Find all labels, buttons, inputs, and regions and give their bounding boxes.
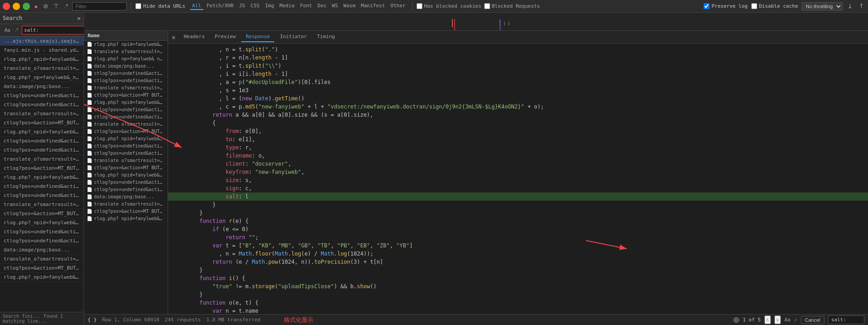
search-result-item[interactable]: ctlog?pos=undefined&action=re... [0,100,84,109]
next-match-button[interactable]: ∨ [774,315,781,324]
tab-headers[interactable]: Headers [179,32,209,42]
list-item[interactable]: 📄data:image/png;base... [84,193,168,201]
hide-data-urls-checkbox[interactable] [135,3,141,9]
search-result-item[interactable]: rlog.php?_npid=fanylweb&_name=... [0,218,84,227]
has-blocked-cookies-checkbox[interactable] [417,3,422,9]
search-result-item[interactable]: translate_o?smartresult=dict&sm... [0,109,84,118]
regex-icon[interactable]: .* [63,2,69,10]
filter-tab-img[interactable]: Img [263,2,276,10]
list-item[interactable]: 📄rlog.php?_npid=fanylweb&_ncat=... [84,41,168,48]
search-result-item[interactable]: rlog.php?_np=fanylweb&_ncat=... [0,73,84,82]
format-icon[interactable]: ↗ [794,317,797,323]
search-result-item[interactable]: rlog.php?_npid=fanylweb&_name=... [0,128,84,137]
list-item[interactable]: 📄ctlog?pos=&action=MT_BUTTON... [84,128,168,135]
import-icon[interactable]: ⤓ [846,2,854,10]
record-button[interactable]: ● [33,2,39,11]
filter-input[interactable] [72,2,127,10]
filter-tab-doc[interactable]: Doc [315,2,329,10]
search-result-item[interactable]: ctlog?pos=&action=MT_BUTTON... [0,118,84,128]
filter-icon[interactable]: ⊤ [52,2,60,10]
list-item[interactable]: 📄rlog.php?_np=fanylweb&_ncat=... [84,55,168,63]
search-result-item[interactable]: fanyi.min.js - shared.ydstatic.com/... [0,46,84,55]
preserve-log-label[interactable]: Preserve log [704,3,747,9]
maximize-window-button[interactable] [23,3,30,10]
search-result-item[interactable]: ctlog?pos=&action=MT_BUTTON... [0,164,84,173]
disable-cache-checkbox[interactable] [751,3,757,9]
list-item[interactable]: 📄translate_o?smartresult=dict&sm... [84,201,168,208]
tab-preview[interactable]: Preview [210,32,240,42]
list-item[interactable]: 📄rlog.php?_npid=fanylweb&_name=... [84,99,168,106]
tab-initiator[interactable]: Initiator [275,32,312,42]
pretty-print-button[interactable]: { } [88,317,97,323]
search-result-item[interactable]: ctlog?pos=undefined&action=&se... [0,227,84,236]
throttle-select[interactable]: No throttling [802,2,843,10]
search-result-item[interactable]: data:image/png;base... [0,246,84,255]
list-item[interactable]: 📄rlog.php?_npid=fanylweb&_name=... [84,172,168,179]
list-item[interactable]: 📄ctlog?pos=&action=MT_BUTTON... [84,92,168,99]
minimize-window-button[interactable] [13,3,20,10]
list-item[interactable]: 📄translate_o?smartresult=dict&sm... [84,48,168,55]
list-item[interactable]: 📄rlog.php?_npid=fanylweb&_name=... [84,215,168,222]
disable-cache-label[interactable]: Disable cache [751,3,798,9]
list-item[interactable]: 📄ctlog?pos=undefined&action=RE... [84,113,168,121]
list-item[interactable]: 📄ctlog?pos=undefined&action=&se... [84,106,168,113]
list-item[interactable]: 📄translate_o?smartresult=dict&sm... [84,157,168,164]
bottom-search-input[interactable] [828,315,864,324]
blocked-requests-label[interactable]: Blocked Requests [484,3,540,9]
list-item[interactable]: 📄translate_o?smartresult=dict&sm... [84,121,168,128]
filter-tab-js[interactable]: JS [237,2,247,10]
list-item[interactable]: 📄ctlog?pos=undefined&action=&se... [84,70,168,77]
list-item[interactable]: 📄rlog.php?_npid=fanylweb&_name=... [84,135,168,143]
filter-tab-css[interactable]: CSS [248,2,262,10]
prev-match-button[interactable]: ∧ [764,315,771,324]
list-item[interactable]: 📄ctlog?pos=&action=MT_BUTTON... [84,208,168,215]
search-result-item[interactable]: ctlog?pos=undefined&action=&se... [0,182,84,191]
list-item[interactable]: 📄ctlog?pos=undefined&action=&se... [84,143,168,150]
search-result-item[interactable]: ctlog?pos=&action=MT_BUTTON... [0,264,84,273]
search-result-item[interactable]: translate_o?smartresult=dict&sm... [0,155,84,164]
filter-tab-all[interactable]: All [190,2,203,10]
regex-search-button[interactable]: .* [13,27,20,34]
code-view[interactable]: , n = t.split(".") , r = n[n.length - 1]… [168,44,868,314]
search-result-item[interactable]: rlog.php?_npid=fanylweb&_name=... [0,273,84,282]
filter-tab-ws[interactable]: WS [330,2,340,10]
search-result-item[interactable]: translate_o?smartresult=dict&sm... [0,64,84,73]
search-result-item[interactable]: ctlog?pos=undefined&action=RE... [0,146,84,155]
search-result-item[interactable]: rlog.php?_npid=fanylweb&_ncat=... [0,55,84,64]
stop-button[interactable]: ⊘ [42,2,50,10]
filter-tab-font[interactable]: Font [298,2,314,10]
tab-response[interactable]: Response [241,32,274,42]
list-item[interactable]: 📄translate_o?smartresult=dict&sm... [84,84,168,92]
search-input[interactable] [22,26,93,34]
blocked-requests-checkbox[interactable] [484,3,490,9]
export-icon[interactable]: ⤒ [858,2,865,10]
filter-tab-manifest[interactable]: Manifest [359,2,387,10]
list-item[interactable]: 📄ctlog?pos=undefined&action=&se... [84,179,168,186]
file-list[interactable]: Name 📄rlog.php?_npid=fanylweb&_ncat=... … [84,31,168,314]
search-result-item[interactable]: ctlog?pos=undefined&action=&se... [0,91,84,100]
search-result-item[interactable]: ctlog?pos=undefined&action=&se... [0,137,84,146]
tab-timing[interactable]: Timing [312,32,340,42]
search-result-item[interactable]: data:image/png;base... [0,82,84,91]
list-item[interactable]: 📄ctlog?pos=undefined&action=&se... [84,186,168,193]
search-result-item[interactable]: rlog.php?_npid=fanylweb&_name=... [0,173,84,182]
filter-tab-wasm[interactable]: Wasm [341,2,358,10]
case-sensitive-button[interactable]: Aa [3,27,12,34]
filter-tab-media[interactable]: Media [277,2,297,10]
search-result-item[interactable]: ctlog?pos=undefined&action=&se... [0,236,84,246]
has-blocked-cookies-label[interactable]: Has blocked cookies [417,3,481,9]
list-item[interactable]: 📄ctlog?pos=undefined&action=RE... [84,150,168,157]
aa-button-bottom[interactable]: Aa [784,317,790,323]
list-item[interactable]: 📄ctlog?pos=undefined&action=re... [84,77,168,84]
search-result-item[interactable]: ctlog?pos=&action=MT_BUTTON... [0,209,84,218]
search-result-item[interactable]: ...ajs:this.seajs),seajs.version="1.... [0,37,84,46]
response-close-button[interactable]: ✕ [172,34,175,41]
list-item[interactable]: 📄data:image/png;base... [84,63,168,70]
search-result-item[interactable]: translate_o?smartresult=dict&sm... [0,200,84,209]
search-result-item[interactable]: translate_o?smartresult=dict&sm... [0,255,84,264]
search-result-item[interactable]: ctlog?pos=undefined&action=RE... [0,191,84,200]
close-window-button[interactable] [3,3,10,10]
filter-tab-fetch[interactable]: Fetch/XHR [204,2,236,10]
filter-tab-other[interactable]: Other [388,2,408,10]
search-close-button[interactable]: ✕ [77,15,81,22]
